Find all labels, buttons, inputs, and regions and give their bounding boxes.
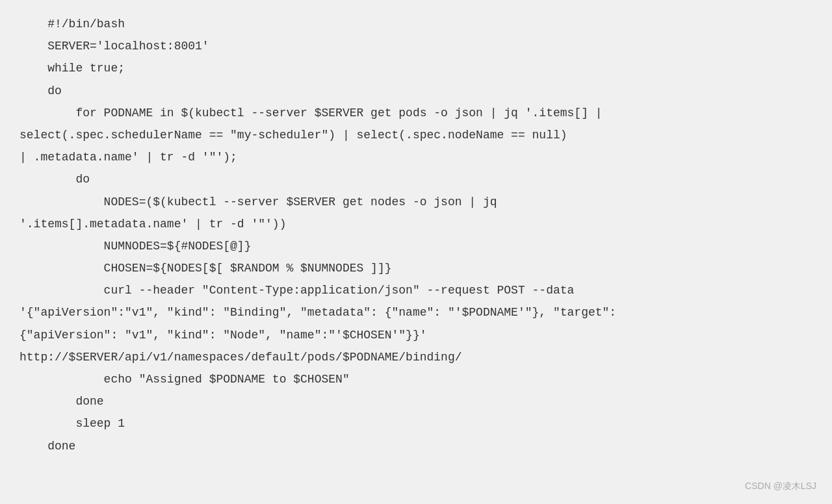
code-block: #!/bin/bash SERVER='localhost:8001' whil… xyxy=(20,13,812,457)
watermark: CSDN @凌木LSJ xyxy=(745,481,816,492)
code-container: #!/bin/bash SERVER='localhost:8001' whil… xyxy=(0,0,832,504)
